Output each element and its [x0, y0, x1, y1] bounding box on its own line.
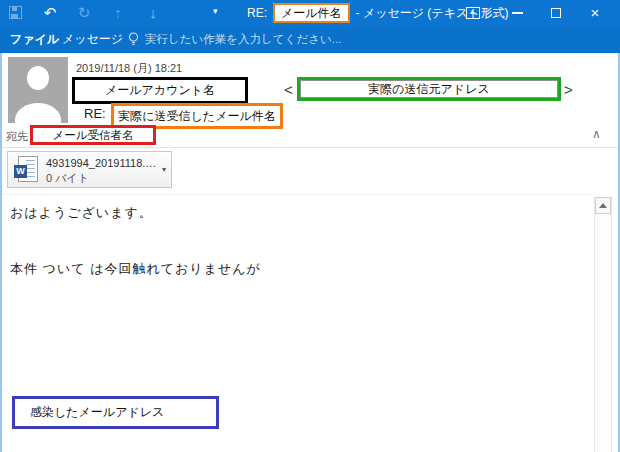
account-name-label: メールアカウント名 [105, 82, 215, 99]
minimize-button[interactable] [506, 0, 528, 26]
avatar-head-shape [27, 66, 49, 90]
tell-me-box[interactable]: 実行したい作業を入力してください... [128, 26, 341, 53]
to-field-label: 宛先 [6, 129, 28, 144]
collapse-header-icon[interactable]: ∧ [592, 127, 601, 141]
attachment-divider [2, 194, 592, 195]
body-scrollbar[interactable] [594, 197, 612, 452]
maximize-icon [551, 8, 561, 18]
ribbon-display-options-icon [466, 7, 480, 19]
save-icon[interactable] [9, 6, 22, 19]
subject-highlight-annotation: メール件名 [273, 3, 350, 23]
word-badge: W [14, 165, 27, 178]
ribbon-display-options-button[interactable] [462, 0, 484, 26]
window-title-suffix: - メッセージ (テキスト形式) [356, 5, 509, 22]
tell-me-placeholder: 実行したい作業を入力してください... [145, 32, 341, 47]
word-document-icon: W [14, 156, 38, 184]
ribbon-tab-bar: ファイル メッセージ 実行したい作業を入力してください... [0, 26, 620, 53]
sender-address-label: 実際の送信元アドレス [368, 81, 489, 98]
outlook-message-window: ↶ ↻ ↑ ↓ ▾ RE: メール件名 - メッセージ (テキスト形式) × フ… [0, 0, 620, 452]
account-name-annotation-box: メールアカウント名 [72, 77, 248, 104]
infected-address-annotation-box: 感染したメールアドレス [12, 396, 219, 429]
address-bracket-open: < [284, 81, 293, 98]
recipient-annotation-box: メール受信者名 [30, 125, 156, 145]
title-bar: ↶ ↻ ↑ ↓ ▾ RE: メール件名 - メッセージ (テキスト形式) × [0, 0, 620, 26]
scroll-up-icon [599, 203, 607, 208]
sender-address-annotation-box: 実際の送信元アドレス [297, 77, 561, 101]
attachment-tile[interactable]: W 4931994_20191118.… 0 バイト ▾ [7, 151, 172, 188]
lightbulb-icon [128, 32, 139, 47]
header-divider [2, 147, 618, 148]
scroll-up-button[interactable] [595, 197, 611, 214]
body-greeting-text: おはようございます。 [10, 204, 153, 222]
attachment-size: 0 バイト [46, 171, 89, 186]
tab-message[interactable]: メッセージ [62, 26, 123, 53]
subject-label: 実際に送受信したメール件名 [118, 108, 275, 125]
avatar-shoulders-shape [15, 103, 61, 123]
redo-icon[interactable]: ↻ [74, 3, 94, 23]
tab-file[interactable]: ファイル [10, 26, 59, 53]
recipient-label: メール受信者名 [52, 128, 133, 143]
window-title-prefix: RE: [247, 6, 267, 20]
body-message-text: 本件 ついて は今回触れておりませんが [10, 260, 261, 278]
subject-prefix: RE: [84, 106, 106, 121]
attachment-filename: 4931994_20191118.… [46, 157, 156, 169]
minimize-icon [512, 12, 523, 14]
address-bracket-close: > [564, 81, 573, 98]
close-button[interactable]: × [584, 0, 606, 26]
sender-avatar [8, 57, 68, 123]
attachment-dropdown-icon[interactable]: ▾ [162, 165, 166, 174]
previous-item-icon[interactable]: ↑ [108, 3, 128, 23]
maximize-button[interactable] [545, 0, 567, 26]
next-item-icon[interactable]: ↓ [143, 3, 163, 23]
customize-quick-access-dropdown-icon[interactable]: ▾ [213, 6, 218, 16]
undo-icon[interactable]: ↶ [40, 3, 60, 23]
infected-address-label: 感染したメールアドレス [30, 404, 164, 421]
message-date: 2019/11/18 (月) 18:21 [76, 61, 182, 76]
window-left-border [0, 53, 2, 452]
